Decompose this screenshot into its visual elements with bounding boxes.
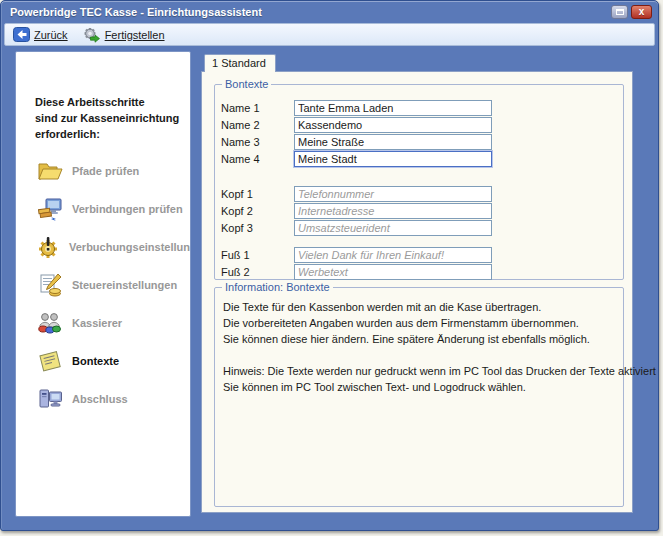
information-legend: Information: Bontexte — [222, 281, 333, 293]
kopf2-label: Kopf 2 — [221, 205, 294, 217]
bontexte-legend: Bontexte — [222, 78, 271, 90]
back-button-label: Zurück — [34, 29, 68, 41]
fuss2-label: Fuß 2 — [221, 266, 294, 278]
sidebar-item-bontexte[interactable]: Bontexte — [36, 342, 186, 380]
sidebar-item-verbuchungseinstellungen[interactable]: Verbuchungseinstellungen — [36, 228, 186, 266]
name3-label: Name 3 — [221, 136, 294, 148]
gear-arrow-icon — [82, 27, 101, 43]
maximize-button[interactable] — [611, 5, 628, 19]
name4-input[interactable] — [294, 151, 492, 167]
close-button[interactable]: x — [631, 5, 652, 19]
title-bar[interactable]: Powerbridge TEC Kasse - Einrichtungsassi… — [1, 1, 658, 23]
field-row-name1: Name 1 — [221, 99, 623, 116]
name2-label: Name 2 — [221, 119, 294, 131]
window-title: Powerbridge TEC Kasse - Einrichtungsassi… — [10, 6, 611, 18]
field-row-name4: Name 4 — [221, 150, 623, 167]
field-row-fuss1: Fuß 1 — [221, 246, 623, 263]
kopf3-input[interactable] — [294, 220, 492, 236]
field-row-name2: Name 2 — [221, 116, 623, 133]
field-row-kopf2: Kopf 2 — [221, 202, 623, 219]
people-icon — [36, 312, 63, 334]
note-icon — [36, 348, 63, 374]
field-row-kopf3: Kopf 3 — [221, 219, 623, 236]
back-button[interactable]: Zurück — [13, 27, 68, 42]
fuss2-input[interactable] — [294, 264, 492, 280]
name1-input[interactable] — [294, 100, 492, 116]
content-panel: Bontexte Name 1 Name 2 Name 3 Name 4 — [201, 71, 633, 513]
field-row-fuss2: Fuß 2 — [221, 263, 623, 280]
connections-icon — [36, 197, 63, 221]
sidebar-item-pfade-pruefen[interactable]: Pfade prüfen — [36, 152, 186, 190]
information-groupbox: Information: Bontexte Die Texte für den … — [214, 287, 624, 507]
back-arrow-icon — [13, 27, 30, 42]
folder-icon — [36, 160, 63, 182]
information-text: Die Texte für den Kassenbon werden mit a… — [215, 288, 623, 395]
kopf2-input[interactable] — [294, 203, 492, 219]
sidebar-item-kassierer[interactable]: Kassierer — [36, 304, 186, 342]
sidebar: Diese Arbeitsschritte sind zur Kassenein… — [15, 51, 191, 517]
toolbar: Zurück Fertigstellen — [4, 23, 655, 46]
kopf1-input[interactable] — [294, 186, 492, 202]
close-icon: x — [639, 7, 645, 17]
field-row-name3: Name 3 — [221, 133, 623, 150]
kopf1-label: Kopf 1 — [221, 188, 294, 200]
name3-input[interactable] — [294, 134, 492, 150]
name2-input[interactable] — [294, 117, 492, 133]
sidebar-item-abschluss[interactable]: Abschluss — [36, 380, 186, 418]
name4-label: Name 4 — [221, 153, 294, 165]
name1-label: Name 1 — [221, 102, 294, 114]
tab-standard[interactable]: 1 Standard — [204, 54, 276, 72]
fuss1-label: Fuß 1 — [221, 249, 294, 261]
tax-document-icon — [36, 273, 63, 297]
computer-icon — [36, 387, 63, 411]
sidebar-item-verbindungen-pruefen[interactable]: Verbindungen prüfen — [36, 190, 186, 228]
maximize-icon — [616, 9, 624, 15]
fuss1-input[interactable] — [294, 247, 492, 263]
application-window: Powerbridge TEC Kasse - Einrichtungsassi… — [0, 0, 659, 531]
wizard-steps: Pfade prüfen Ver — [36, 152, 186, 418]
bontexte-groupbox: Bontexte Name 1 Name 2 Name 3 Name 4 — [214, 84, 624, 280]
sidebar-heading: Diese Arbeitsschritte sind zur Kassenein… — [35, 94, 179, 142]
sidebar-item-steuereinstellungen[interactable]: Steuereinstellungen — [36, 266, 186, 304]
field-row-kopf1: Kopf 1 — [221, 185, 623, 202]
finish-button-label: Fertigstellen — [105, 29, 165, 41]
finish-button[interactable]: Fertigstellen — [82, 27, 165, 43]
kopf3-label: Kopf 3 — [221, 222, 294, 234]
gear-icon — [36, 235, 60, 259]
